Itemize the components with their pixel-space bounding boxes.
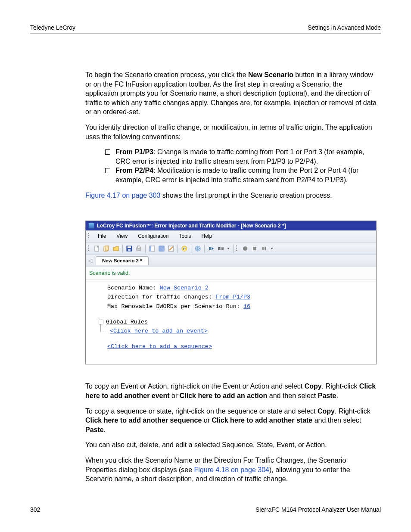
paragraph-4: To copy an Event or Action, right-click …: [85, 382, 377, 400]
svg-rect-20: [262, 247, 264, 250]
svg-rect-5: [128, 249, 131, 251]
scenario-name-label: Scenario Name:: [107, 285, 160, 291]
max-dwords-label: Max Removable DWORDs per Scenario Run:: [107, 303, 243, 310]
svg-point-18: [243, 246, 247, 251]
bullet-from-p2p4: From P2/P4: Modification is made to traf…: [105, 166, 377, 184]
tab-arrow-left-icon[interactable]: ◁: [88, 257, 92, 264]
svg-rect-19: [253, 247, 256, 250]
svg-rect-4: [128, 246, 131, 248]
paragraph-5: To copy a sequence or state, right-click…: [85, 407, 377, 435]
menu-view[interactable]: View: [112, 232, 132, 240]
stop-icon[interactable]: [250, 244, 259, 253]
manual-title: SierraFC M164 Protocol Analyzer User Man…: [255, 506, 381, 513]
circle-p-icon[interactable]: P: [180, 244, 189, 253]
toolbar-separator: [233, 244, 234, 253]
toolbar-grip-icon: [236, 245, 238, 252]
panel-full-icon[interactable]: [157, 244, 166, 253]
copy-icon[interactable]: [102, 244, 111, 253]
stop-small-icon[interactable]: B: [216, 244, 225, 253]
svg-rect-9: [149, 246, 151, 251]
svg-text:B: B: [209, 246, 212, 251]
page-header: Teledyne LeCroy Settings in Advanced Mod…: [30, 24, 381, 34]
forward-small-icon[interactable]: B: [207, 244, 215, 253]
scenario-name-value[interactable]: New Scenario 2: [160, 285, 209, 291]
add-sequence-link[interactable]: <Click here to add a sequence>: [107, 343, 212, 350]
toolbar: P B B: [86, 243, 376, 255]
tree-collapse-icon[interactable]: [99, 320, 103, 324]
paragraph-3: Figure 4.17 on page 303 shows the first …: [85, 191, 377, 200]
dropdown-icon[interactable]: [226, 244, 231, 253]
svg-rect-2: [105, 246, 109, 250]
save-icon[interactable]: [125, 244, 134, 253]
figure-4-18-link[interactable]: Figure 4.18 on page 304: [194, 466, 269, 473]
menu-help[interactable]: Help: [197, 232, 217, 240]
svg-rect-10: [159, 246, 164, 251]
paragraph-1: To begin the Scenario creation process, …: [85, 70, 377, 117]
app-window: LeCroy FC InFusion™: Error Injector and …: [85, 221, 377, 364]
page-number: 302: [30, 506, 40, 513]
window-title: LeCroy FC InFusion™: Error Injector and …: [97, 222, 286, 229]
open-icon[interactable]: [112, 244, 120, 253]
bullet-list: From P1/P3: Change is made to traffic co…: [105, 147, 377, 184]
tree-branch-icon: [99, 327, 106, 336]
max-dwords-value[interactable]: 16: [243, 303, 250, 310]
toolbar-separator: [122, 244, 123, 253]
direction-label: Direction for traffic changes:: [107, 294, 215, 300]
global-rules-node[interactable]: Global Rules: [106, 319, 148, 325]
paragraph-6: You can also cut, delete, and edit a sel…: [85, 440, 377, 450]
print-icon[interactable]: [134, 244, 143, 253]
svg-text:B: B: [218, 246, 221, 251]
scenario-editor: Scenario Name: New Scenario 2 Direction …: [86, 280, 376, 364]
svg-rect-21: [265, 247, 266, 250]
header-left: Teledyne LeCroy: [30, 24, 75, 31]
tab-new-scenario-2[interactable]: New Scenario 2 *: [96, 256, 149, 266]
record-icon[interactable]: [241, 244, 249, 253]
pause-icon[interactable]: [260, 244, 268, 253]
page-footer: 302 SierraFC M164 Protocol Analyzer User…: [30, 506, 381, 513]
menu-tools[interactable]: Tools: [175, 232, 196, 240]
window-titlebar: LeCroy FC InFusion™: Error Injector and …: [86, 221, 376, 230]
body-content: To begin the Scenario creation process, …: [85, 70, 377, 484]
svg-rect-7: [137, 246, 140, 248]
toolbar-separator: [177, 244, 178, 253]
new-file-icon[interactable]: [93, 244, 101, 253]
toolbar-separator: [191, 244, 191, 253]
menubar: File View Configuration Tools Help: [86, 230, 376, 242]
header-right: Settings in Advanced Mode: [308, 24, 381, 31]
figure-4-17-link[interactable]: Figure 4.17 on page 303: [85, 192, 160, 199]
status-message: Scenario is valid.: [86, 267, 376, 280]
toolbar-grip-icon: [87, 245, 90, 252]
tab-row: ◁ New Scenario 2 *: [86, 255, 376, 268]
toolbar-separator: [204, 244, 205, 253]
panel-left-icon[interactable]: [148, 244, 156, 253]
toolbar-separator: [145, 244, 146, 253]
paragraph-2: You identify direction of traffic change…: [85, 123, 377, 141]
menu-configuration[interactable]: Configuration: [134, 232, 173, 240]
app-icon: [88, 223, 94, 229]
new-scenario-term: New Scenario: [248, 71, 293, 78]
paragraph-7: When you click the Scenario Name or the …: [85, 456, 377, 484]
panel-edit-icon[interactable]: [167, 244, 175, 253]
direction-value[interactable]: From P1/P3: [215, 294, 250, 300]
menu-file[interactable]: File: [93, 232, 110, 240]
menubar-grip-icon: [87, 232, 90, 240]
globe-icon[interactable]: [193, 244, 202, 253]
bullet-from-p1p3: From P1/P3: Change is made to traffic co…: [105, 147, 377, 166]
svg-text:P: P: [183, 247, 186, 251]
add-event-link[interactable]: <Click here to add an event>: [106, 328, 208, 334]
svg-rect-17: [221, 247, 224, 250]
dropdown-icon[interactable]: [269, 244, 274, 253]
